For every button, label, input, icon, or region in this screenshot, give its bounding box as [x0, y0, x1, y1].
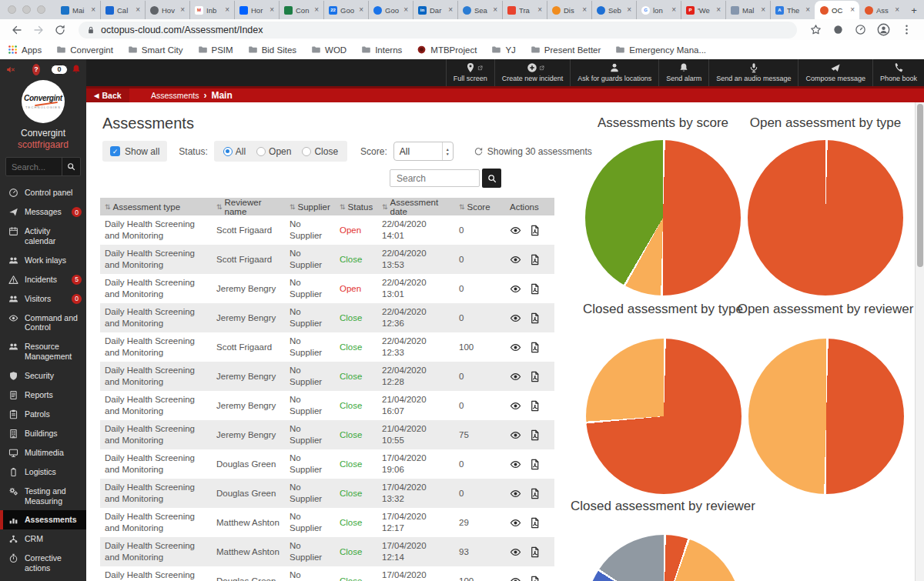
sidebar-item-corrective-actions[interactable]: Corrective actions: [0, 549, 86, 578]
mute-speaker-icon[interactable]: [6, 65, 16, 75]
browser-back-button[interactable]: [11, 24, 23, 36]
address-bar[interactable]: octopus-cloud.com/Assessment/Index: [79, 22, 797, 38]
pdf-export-action[interactable]: [529, 283, 541, 295]
pdf-export-action[interactable]: [529, 400, 541, 412]
pdf-export-action[interactable]: [529, 371, 541, 382]
browser-tab[interactable]: Tra×: [502, 1, 547, 19]
table-row[interactable]: Daily Health Screening and MonitoringJer…: [100, 303, 554, 332]
pie-chart-closed-by-reviewer[interactable]: [586, 535, 742, 581]
column-header-supplier[interactable]: ⇅Supplier: [285, 198, 335, 216]
view-action[interactable]: [510, 546, 521, 558]
bookmark-item[interactable]: Interns: [361, 45, 402, 55]
browser-tab[interactable]: inDar×: [413, 1, 457, 19]
pie-chart-assessments-by-score[interactable]: [585, 140, 741, 296]
view-action[interactable]: [510, 371, 521, 382]
refresh-icon[interactable]: [474, 146, 484, 156]
table-row[interactable]: Daily Health Screening and MonitoringJer…: [100, 362, 554, 391]
tab-close-icon[interactable]: ×: [716, 6, 721, 14]
tab-close-icon[interactable]: ×: [895, 6, 899, 14]
column-header-assessment-date[interactable]: ⇅Assessment date: [377, 198, 454, 216]
sidebar-item-integration[interactable]: Integration: [0, 578, 86, 581]
tab-close-icon[interactable]: ×: [270, 6, 274, 14]
table-row[interactable]: Daily Health Screening and MonitoringMat…: [100, 537, 554, 566]
tab-close-icon[interactable]: ×: [314, 6, 319, 14]
sidebar-search-input[interactable]: [6, 162, 62, 172]
pdf-export-action[interactable]: [529, 576, 541, 581]
browser-tab[interactable]: 22Goo×: [323, 1, 368, 19]
score-select[interactable]: All ▲▼: [393, 142, 454, 161]
tab-close-icon[interactable]: ×: [359, 6, 363, 14]
sidebar-item-logistics[interactable]: Logistics: [0, 462, 86, 482]
user-name[interactable]: scottfrigaard: [0, 139, 86, 150]
view-action[interactable]: [510, 459, 521, 470]
scrollbar[interactable]: [915, 102, 924, 581]
tab-close-icon[interactable]: ×: [671, 6, 676, 14]
browser-tab[interactable]: Con×: [279, 1, 323, 19]
bookmark-item[interactable]: YJ: [491, 45, 515, 55]
window-minimize-button[interactable]: [22, 5, 31, 14]
tab-close-icon[interactable]: ×: [805, 6, 810, 14]
bookmark-item[interactable]: PSIM: [198, 45, 233, 55]
browser-tab[interactable]: Sea×: [457, 1, 502, 19]
sidebar-item-buildings[interactable]: Buildings: [0, 424, 86, 443]
new-tab-button[interactable]: +: [904, 1, 924, 19]
table-row[interactable]: Daily Health Screening and MonitoringSco…: [100, 332, 554, 362]
browser-tab[interactable]: MInb×: [189, 1, 234, 19]
bookmark-star-icon[interactable]: [810, 24, 822, 35]
sidebar-item-control-panel[interactable]: Control panel: [0, 183, 86, 202]
tab-close-icon[interactable]: ×: [582, 6, 587, 14]
column-header-reviewer-name[interactable]: ⇅Reviewer name: [212, 198, 285, 216]
view-action[interactable]: [510, 488, 521, 499]
tab-close-icon[interactable]: ×: [136, 6, 140, 14]
header-button-ask-for-guards-locations[interactable]: Ask for guards locations: [570, 59, 658, 86]
sidebar-item-assessments[interactable]: Assessments: [0, 510, 86, 529]
table-row[interactable]: Daily Health Screening and MonitoringDou…: [100, 479, 554, 508]
column-header-assessment-type[interactable]: ⇅Assessment type: [100, 198, 212, 216]
browser-tab[interactable]: Goo×: [368, 1, 413, 19]
browser-forward-button[interactable]: [32, 24, 45, 36]
header-button-send-an-audio-message[interactable]: Send an audio message: [708, 59, 798, 86]
browser-menu-icon[interactable]: [901, 24, 912, 35]
select-stepper-icon[interactable]: ▲▼: [442, 142, 453, 160]
view-action[interactable]: [510, 225, 521, 236]
window-close-button[interactable]: [8, 5, 16, 14]
pdf-export-action[interactable]: [529, 517, 541, 529]
table-search-button[interactable]: [482, 169, 501, 188]
column-header-score[interactable]: ⇅Score: [454, 198, 505, 216]
sidebar-item-command-and-control[interactable]: Command and Control: [0, 309, 86, 338]
sidebar-item-work-inlays[interactable]: Work inlays: [0, 251, 86, 270]
header-button-phone-book[interactable]: Phone book: [872, 59, 924, 86]
pdf-export-action[interactable]: [529, 429, 541, 441]
header-button-create-new-incident[interactable]: Create new incident: [494, 59, 571, 86]
pdf-export-action[interactable]: [529, 312, 541, 324]
table-row[interactable]: Daily Health Screening and MonitoringDou…: [100, 566, 554, 581]
table-row[interactable]: Daily Health Screening and MonitoringJer…: [100, 274, 554, 303]
show-all-toggle[interactable]: ✓ Show all: [102, 141, 167, 162]
sidebar-item-messages[interactable]: Messages0: [0, 202, 86, 222]
view-action[interactable]: [510, 312, 521, 324]
pdf-export-action[interactable]: [529, 546, 541, 558]
pdf-export-action[interactable]: [529, 459, 541, 470]
status-radio-open[interactable]: Open: [256, 146, 291, 157]
breadcrumb-section[interactable]: Assessments: [151, 91, 199, 100]
window-controls[interactable]: [8, 0, 45, 19]
browser-tab[interactable]: Mai×: [56, 1, 100, 19]
bookmark-item[interactable]: Bid Sites: [248, 45, 296, 55]
table-row[interactable]: Daily Health Screening and MonitoringSco…: [100, 245, 554, 274]
tab-close-icon[interactable]: ×: [537, 6, 542, 14]
pie-chart-open-by-reviewer[interactable]: [748, 339, 904, 494]
column-header-status[interactable]: ⇅Status: [335, 198, 377, 216]
tab-close-icon[interactable]: ×: [403, 6, 408, 14]
view-action[interactable]: [510, 400, 521, 412]
pie-chart-closed-by-type[interactable]: [586, 339, 742, 494]
browser-tab[interactable]: Dis×: [547, 1, 591, 19]
show-all-checkbox[interactable]: ✓: [110, 146, 120, 156]
view-action[interactable]: [510, 342, 521, 353]
browser-tab[interactable]: Mal×: [725, 1, 770, 19]
tab-close-icon[interactable]: ×: [850, 6, 855, 14]
sidebar-item-reports[interactable]: Reports: [0, 386, 86, 405]
header-button-full-screen[interactable]: Full screen: [446, 59, 494, 86]
sidebar-item-incidents[interactable]: Incidents5: [0, 270, 86, 289]
view-action[interactable]: [510, 283, 521, 295]
browser-tab[interactable]: Glon×: [636, 1, 681, 19]
